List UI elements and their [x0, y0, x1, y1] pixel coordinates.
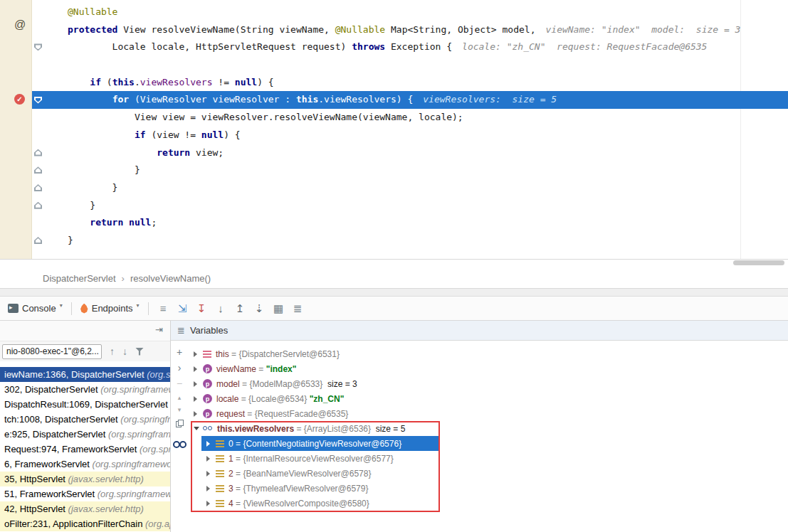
- force-step-into-icon[interactable]: ↧: [192, 302, 211, 316]
- expand-node-icon[interactable]: ›: [171, 363, 188, 373]
- variable-row[interactable]: 1 = {InternalResourceViewResolver@6577}: [188, 451, 788, 466]
- stack-frame-row[interactable]: tch:1008, DispatcherServlet (org.springf…: [0, 412, 170, 427]
- restore-layout-icon[interactable]: ⇲: [173, 302, 192, 316]
- filter-frames-icon[interactable]: [135, 348, 144, 356]
- variable-value: {Locale@6534}: [248, 394, 307, 404]
- stack-frame-row[interactable]: oFilter:231, ApplicationFilterChain (org…: [0, 516, 170, 531]
- remove-watch-icon[interactable]: −: [171, 378, 188, 388]
- tab-console[interactable]: Console▾: [4, 303, 66, 314]
- equals-sign: =: [233, 454, 243, 464]
- hide-panel-icon[interactable]: ⇥: [155, 324, 163, 335]
- add-watch-icon[interactable]: +: [171, 347, 188, 357]
- code-line[interactable]: protected View resolveViewName(String vi…: [0, 21, 788, 39]
- code-line[interactable]: Locale locale, HttpServletRequest reques…: [0, 38, 788, 56]
- collapse-chevron-icon[interactable]: [194, 427, 203, 430]
- view-as-table-icon[interactable]: ▦: [269, 302, 288, 316]
- parameter-icon: [203, 394, 212, 403]
- variable-name: request: [216, 409, 245, 419]
- expand-chevron-icon[interactable]: [206, 456, 216, 462]
- stack-frame-row[interactable]: 6, FrameworkServlet (org.springframewo: [0, 457, 170, 472]
- expand-chevron-icon[interactable]: [206, 486, 216, 491]
- tab-endpoints[interactable]: Endpoints▾: [77, 303, 143, 314]
- run-to-cursor-icon[interactable]: ⇣: [250, 302, 269, 316]
- expand-chevron-icon[interactable]: [194, 411, 203, 417]
- view-menu-icon[interactable]: ≡: [154, 302, 173, 316]
- show-watches-icon[interactable]: [171, 441, 188, 447]
- breadcrumb-item[interactable]: DispatcherServlet: [43, 273, 116, 284]
- variable-row[interactable]: 0 = {ContentNegotiatingViewResolver@6576…: [188, 436, 788, 451]
- separator: [71, 302, 72, 315]
- code-line[interactable]: View view = viewResolver.resolveViewName…: [0, 109, 788, 127]
- code-lines[interactable]: @Nullableprotected View resolveViewName(…: [0, 4, 788, 250]
- copy-value-icon[interactable]: [171, 420, 188, 427]
- variable-row[interactable]: 4 = {ViewResolverComposite@6580}: [188, 496, 788, 511]
- stack-frame-row[interactable]: 302, DispatcherServlet (org.springframew: [0, 382, 170, 397]
- dropdown-arrow-icon[interactable]: ▾: [60, 302, 63, 309]
- step-into-icon[interactable]: ↓: [211, 302, 231, 316]
- code-line[interactable]: if (view != null) {: [0, 127, 788, 144]
- expand-chevron-icon[interactable]: [194, 396, 203, 402]
- stack-frame-row[interactable]: 35, HttpServlet (javax.servlet.http): [0, 472, 170, 486]
- variable-row[interactable]: viewName = "index": [188, 361, 788, 376]
- variable-size: size = 5: [371, 424, 405, 434]
- horizontal-scrollbar-thumb[interactable]: [733, 260, 784, 265]
- code-line[interactable]: }: [0, 179, 788, 197]
- stack-frame-row[interactable]: Request:974, FrameworkServlet (org.sprin: [0, 442, 170, 457]
- frame-location: Request:974, FrameworkServlet: [4, 444, 140, 454]
- variable-row[interactable]: this.viewResolvers = {ArrayList@6536} si…: [188, 421, 788, 436]
- expand-chevron-icon[interactable]: [194, 351, 203, 357]
- expand-chevron-icon[interactable]: [206, 441, 216, 447]
- frame-location: 302, DispatcherServlet: [4, 384, 100, 395]
- breadcrumb-item[interactable]: resolveViewName(): [130, 273, 211, 284]
- stack-frame-row[interactable]: iewName:1366, DispatcherServlet (org.sp: [0, 367, 170, 382]
- code-line[interactable]: }: [0, 161, 788, 179]
- variable-name: viewName: [216, 364, 256, 374]
- step-out-icon[interactable]: ↥: [231, 302, 250, 316]
- variable-name: model: [216, 379, 240, 389]
- scroll-up-icon[interactable]: ▴: [171, 393, 188, 403]
- stack-frame-row[interactable]: e:925, DispatcherServlet (org.springfram…: [0, 427, 170, 442]
- code-line[interactable]: @Nullable: [0, 4, 788, 21]
- previous-frame-icon[interactable]: ↑: [110, 346, 115, 357]
- equals-sign: =: [240, 379, 250, 389]
- frame-location: oFilter:231, ApplicationFilterChain: [4, 518, 145, 529]
- array-item-icon: [216, 485, 224, 492]
- stack-frame-row[interactable]: DispatchResult:1069, DispatcherServlet (…: [0, 397, 170, 412]
- code-line[interactable]: return null;: [0, 214, 788, 232]
- panel-splitter[interactable]: [0, 289, 788, 297]
- settings-icon[interactable]: ≣: [288, 302, 308, 316]
- variable-row[interactable]: model = {ModelMap@6533} size = 3: [188, 376, 788, 391]
- variable-row[interactable]: request = {RequestFacade@6535}: [188, 406, 788, 421]
- code-line[interactable]: }: [0, 232, 788, 250]
- stack-frame-row[interactable]: 42, HttpServlet (javax.servlet.http): [0, 501, 170, 516]
- variables-menu-icon[interactable]: ≣: [177, 325, 185, 336]
- expand-chevron-icon[interactable]: [206, 471, 216, 477]
- expand-chevron-icon[interactable]: [206, 501, 216, 506]
- code-line[interactable]: for (ViewResolver viewResolver : this.vi…: [0, 91, 788, 109]
- stack-frame-row[interactable]: 51, FrameworkServlet (org.springframewo: [0, 486, 170, 501]
- variable-value: {RequestFacade@6535}: [255, 409, 349, 419]
- code-line[interactable]: }: [0, 197, 788, 215]
- variable-row[interactable]: 2 = {BeanNameViewResolver@6578}: [188, 466, 788, 481]
- variable-row[interactable]: this = {DispatcherServlet@6531}: [188, 346, 788, 361]
- scroll-down-icon[interactable]: ▾: [171, 405, 188, 415]
- variable-row[interactable]: locale = {Locale@6534} "zh_CN": [188, 391, 788, 406]
- equals-sign: =: [238, 394, 248, 404]
- variable-value: {ArrayList@6536}: [304, 424, 371, 434]
- thread-selector-dropdown[interactable]: nio-8080-exec-1"@6,2...: [2, 344, 102, 359]
- dropdown-arrow-icon[interactable]: ▾: [137, 302, 140, 309]
- endpoints-flame-icon: [80, 304, 88, 314]
- code-line[interactable]: return view;: [0, 144, 788, 162]
- code-line[interactable]: if (this.viewResolvers != null) {: [0, 74, 788, 92]
- expand-chevron-icon[interactable]: [194, 381, 203, 387]
- frame-location: 42, HttpServlet: [4, 504, 68, 514]
- variable-name: this: [216, 349, 229, 359]
- variable-row[interactable]: 3 = {ThymeleafViewResolver@6579}: [188, 481, 788, 496]
- inline-debug-hint: locale: "zh_CN" request: RequestFacade@6…: [462, 41, 707, 52]
- chevron-down-icon: [101, 350, 102, 353]
- expand-chevron-icon[interactable]: [194, 366, 203, 372]
- next-frame-icon[interactable]: ↓: [122, 346, 127, 357]
- code-editor[interactable]: @Nullableprotected View resolveViewName(…: [0, 0, 788, 260]
- breakpoint-hit-icon[interactable]: ✓: [14, 94, 25, 105]
- code-line[interactable]: [0, 56, 788, 74]
